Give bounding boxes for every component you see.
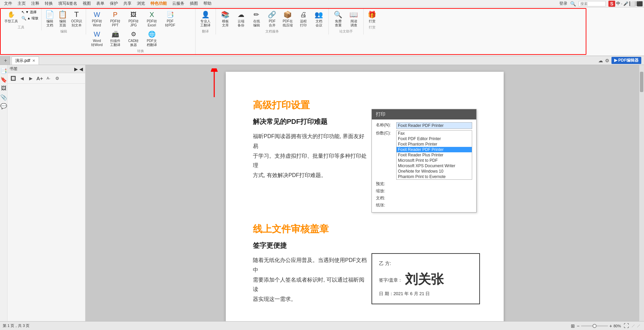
edit-page-button[interactable]: 📋 编辑页面 <box>57 9 69 28</box>
pdf-compress-icon: 📦 <box>284 10 292 19</box>
doc-meeting-button[interactable]: 👥 文档会议 <box>311 9 326 28</box>
menu-form[interactable]: 表单 <box>94 0 107 7</box>
pdf-merge-button[interactable]: 🔗 PDF合并 <box>265 9 280 28</box>
text-larger-button[interactable]: A+ <box>36 74 43 82</box>
cloud-backup-button[interactable]: ☁ 云端备份 <box>234 9 248 28</box>
sidebar-expand-icon[interactable]: ▶ <box>74 66 78 72</box>
zoom-slider-thumb[interactable] <box>592 324 597 328</box>
pdf-to-word-button[interactable]: W PDF转Word <box>88 9 106 28</box>
paper-group-label: 论文助手 <box>339 29 353 34</box>
menu-plugin[interactable]: 插图 <box>187 0 201 7</box>
edit-page-label: 编辑页面 <box>59 19 66 27</box>
edit-doc-button[interactable]: 📄 编辑文档 <box>44 9 56 28</box>
pdf-to-jpg-label: PDF转JPG <box>128 19 139 27</box>
menu-help[interactable]: 帮助 <box>201 0 214 7</box>
sidebar-icon-5[interactable]: 💬 <box>1 103 7 109</box>
bookmark-add-button[interactable]: 🔲 <box>9 74 17 82</box>
select-tool-button[interactable]: ↖▼ 选择 <box>20 9 39 15</box>
settings-icon[interactable]: ⚙ <box>605 58 609 63</box>
reward-label: 打赏 <box>369 19 376 23</box>
reward-group-label: 打赏 <box>369 25 376 30</box>
reward-icon: 🎁 <box>368 10 376 19</box>
sidebar-icon-4[interactable]: 📎 <box>1 94 7 100</box>
menu-protect[interactable]: 保护 <box>107 0 121 7</box>
sign-section-title: 线上文件审核盖章 <box>253 223 368 236</box>
bookmark-next-button[interactable]: ▶ <box>27 74 35 82</box>
search-input[interactable] <box>579 1 606 6</box>
cloud-label: 云端备份 <box>238 19 244 27</box>
pdf-viewer[interactable]: 高级打印设置 解决常见的PDF打印难题 福昕PDF阅读器拥有强大的打印功能, 界… <box>85 65 644 330</box>
print-printer-list: Fax Foxit PDF Editor Printer Foxit Phant… <box>396 130 472 180</box>
sidebar-icon-1[interactable]: 📑 <box>1 68 7 74</box>
pdf-merge-icon: 🔗 <box>268 10 276 19</box>
tab-close-button[interactable]: ✕ <box>32 59 35 63</box>
zoom-tool-button[interactable]: 🔍▲ 缩放 <box>20 16 39 21</box>
edit-group-label: 编辑 <box>60 29 67 34</box>
pdf-scrollbar[interactable] <box>639 65 644 330</box>
signature-name: 刘关张 <box>405 271 444 288</box>
tab-new-icon[interactable]: + <box>4 58 7 64</box>
login-button[interactable]: 登录 <box>559 1 567 6</box>
reward-button[interactable]: 🎁 打赏 <box>366 9 378 24</box>
menu-share[interactable]: 共享 <box>121 0 134 7</box>
menu-convert[interactable]: 转换 <box>42 0 56 7</box>
status-bar-lines: ⟋⟋ <box>630 323 641 329</box>
sign-section-text: 线上文件审核盖章 签字更便捷 随着无纸化办公应用普及。当遇到使用PDF文档中 需… <box>253 223 368 308</box>
pdf-scrollbar-thumb[interactable] <box>640 72 643 92</box>
text-smaller-button[interactable]: A- <box>45 74 52 82</box>
scan-button[interactable]: 📠 扫描件工翻译 <box>106 29 124 48</box>
pdf-to-jpg-button[interactable]: 🖼 PDF转JPG <box>125 9 142 28</box>
sidebar-collapse-icon[interactable]: ◀ <box>79 66 83 72</box>
fullscreen-button[interactable]: ⛶ <box>624 323 629 329</box>
pdf-to-ppt-button[interactable]: P PDF转PPT <box>106 9 124 28</box>
bookmark-prev-button[interactable]: ◀ <box>18 74 26 82</box>
pdf-convert-label: PDF转PDF <box>165 19 175 27</box>
online-edit-button[interactable]: ✏ 在线编辑 <box>249 9 264 28</box>
ocr-button[interactable]: T OCR识别文本 <box>69 9 84 28</box>
doc-meeting-label: 文档会议 <box>316 19 322 27</box>
pdf-translate-label: PDF文档翻译 <box>147 39 157 47</box>
print-section-text: 高级打印设置 解决常见的PDF打印难题 福昕PDF阅读器拥有强大的打印功能, 界… <box>253 99 368 202</box>
pdf-to-excel-icon: X <box>148 10 156 19</box>
sidebar-header-btns: ▶ ◀ <box>74 66 83 72</box>
menu-comment[interactable]: 注释 <box>28 0 42 7</box>
pro-translate-button[interactable]: 👤 专业人工翻译 <box>199 9 212 28</box>
menu-browse[interactable]: 浏览 <box>134 0 148 7</box>
bookmark-settings-button[interactable]: ⚙ <box>54 74 61 82</box>
printer-onenote: OneNote for Windows 10 <box>397 169 472 174</box>
remote-print-label: 远程打印 <box>300 19 307 27</box>
pdf-compress-label: PDF在线压缩 <box>283 19 293 27</box>
reading-survey-button[interactable]: 📖 阅读调查 <box>346 9 361 28</box>
menu-home[interactable]: 主页 <box>15 0 28 7</box>
pdf-convert-button[interactable]: 📑 PDF转PDF <box>161 9 179 28</box>
hand-tool-button[interactable]: ✋ 手型工具 <box>3 9 20 24</box>
word-to-pdf-button[interactable]: W Word转Word <box>88 29 106 48</box>
tab-demo-pdf[interactable]: 演示.pdf ✕ <box>12 57 39 65</box>
ribbon-group-convert: W PDF转Word P PDF转PPT 🖼 PDF转JPG X PDF转Exc… <box>86 9 196 54</box>
menu-file[interactable]: 文件 <box>1 0 15 7</box>
sidebar-icon-2[interactable]: 🔖 <box>1 76 7 83</box>
pdf-to-word-label: PDF转Word <box>92 19 102 27</box>
zoom-minus-button[interactable]: − <box>577 323 580 329</box>
pdf-translate-button[interactable]: 🌐 PDF文档翻译 <box>143 29 161 48</box>
pdf-to-excel-button[interactable]: X PDF转Excel <box>143 9 161 28</box>
menu-cloud[interactable]: 云服务 <box>169 0 187 7</box>
printer-phantom-evernote: Phantom Print to Evernote <box>397 174 472 179</box>
menu-sign[interactable]: 填写&签名 <box>56 0 80 7</box>
zoom-plus-button[interactable]: + <box>609 323 612 329</box>
cad-button[interactable]: ⚙ CAD转换器 <box>125 29 142 48</box>
sidebar-icon-3[interactable]: 🖼 <box>1 85 7 91</box>
pdf-compress-button[interactable]: 📦 PDF在线压缩 <box>280 9 295 28</box>
menu-special[interactable]: 特色功能 <box>148 0 169 7</box>
print-name-label: 名称(N): <box>376 122 396 128</box>
printer-foxit-editor: Foxit PDF Editor Printer <box>397 136 472 141</box>
free-check-button[interactable]: 🔍 免费查重 <box>331 9 346 28</box>
menu-view[interactable]: 视图 <box>80 0 94 7</box>
remote-print-button[interactable]: 🖨 远程打印 <box>296 9 311 28</box>
word-to-pdf-icon: W <box>93 30 101 38</box>
view-icon-1[interactable]: ⊞ <box>571 323 575 329</box>
signature-widget: 乙 方: 签字/盖章： 刘关张 日 期：2021 年 6 月 21 日 <box>378 243 483 308</box>
zoom-slider[interactable] <box>581 325 608 327</box>
select-icon: ↖ <box>21 10 25 15</box>
template-button[interactable]: 📚 模板文库 <box>218 9 233 28</box>
